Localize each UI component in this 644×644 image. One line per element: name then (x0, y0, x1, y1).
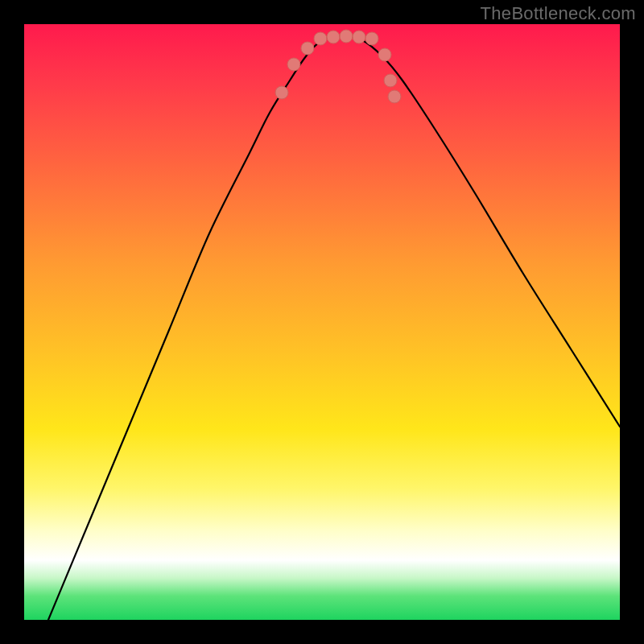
marker-dot (378, 48, 391, 61)
bottleneck-curve-path (48, 36, 620, 620)
attribution-label: TheBottleneck.com (481, 3, 636, 24)
marker-dot (314, 32, 327, 45)
marker-dot (388, 90, 401, 103)
marker-dot (353, 31, 365, 43)
chart-frame: TheBottleneck.com (0, 0, 644, 644)
curve-layer (24, 24, 620, 620)
marker-dot (340, 30, 353, 43)
marker-dot (301, 42, 314, 55)
marker-dot (384, 74, 397, 87)
bottleneck-curve (48, 36, 620, 620)
marker-dot (327, 31, 340, 43)
marker-dot (275, 86, 288, 99)
marker-dot (287, 58, 300, 71)
marker-dot (365, 32, 378, 45)
plot-area (24, 24, 620, 620)
marker-dots (275, 30, 401, 103)
